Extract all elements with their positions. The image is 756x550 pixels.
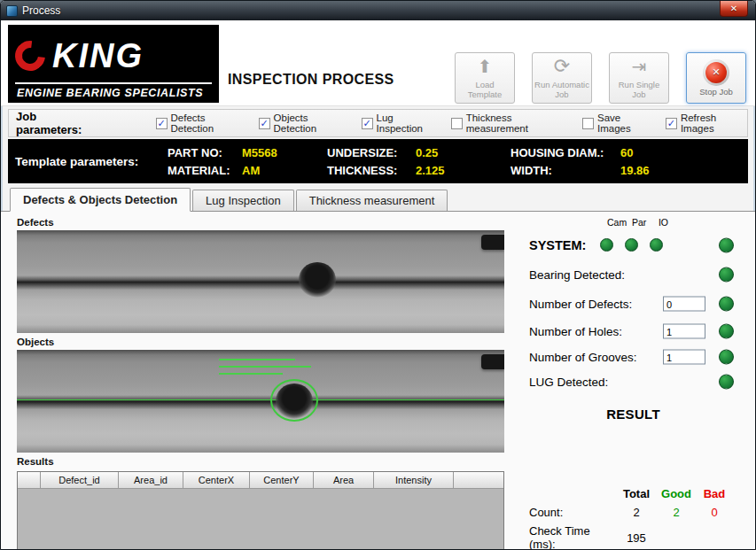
page-title: INSPECTION PROCESS — [228, 72, 394, 88]
summary-panel: Total Good Bad Count: 2 2 0 Check Time (… — [520, 487, 741, 550]
check-time-value: 195 — [616, 531, 657, 545]
template-field-material: MATERIAL:AM — [168, 164, 327, 177]
checkbox-label: Defects Detection — [171, 112, 246, 134]
close-button[interactable]: ✕ — [720, 1, 748, 17]
results-col-defect-id[interactable]: Defect_id — [41, 472, 119, 488]
refresh-icon: ⟳ — [554, 56, 570, 79]
lug-detected-label: LUG Detected: — [529, 376, 608, 389]
title-bar[interactable]: Process ✕ — [1, 1, 755, 20]
cam-indicator — [600, 238, 613, 252]
number-of-defects-label: Number of Defects: — [529, 298, 632, 311]
checkbox-refresh-images[interactable]: ✓ Refresh Images — [666, 112, 747, 134]
results-col-area-id[interactable]: Area_id — [119, 472, 183, 488]
image-column: Defects Objects Results Defect_id — [17, 217, 504, 550]
checkbox-icon: ✓ — [259, 118, 270, 129]
defects-count-input[interactable] — [663, 297, 705, 312]
tab-lug-inspection[interactable]: Lug Inspection — [192, 190, 294, 211]
button-label: Load Template — [457, 81, 512, 100]
results-table-body — [18, 488, 503, 550]
bad-column-header: Bad — [696, 487, 733, 500]
results-table-header: Defect_id Area_id CenterX CenterY Area I… — [18, 472, 503, 488]
system-indicators — [600, 238, 663, 252]
results-col-centerx[interactable]: CenterX — [183, 472, 250, 488]
count-bad-value: 0 — [696, 506, 733, 519]
par-header: Par — [632, 217, 645, 230]
checkbox-label: Lug Inspection — [377, 112, 438, 134]
checkbox-thickness-measurement[interactable]: Thickness measurement — [451, 112, 569, 134]
object-outline-ellipse — [270, 379, 318, 422]
defects-indicator — [719, 297, 734, 312]
king-emblem-icon — [9, 35, 51, 77]
template-field-thickness: THICKNESS:2.125 — [327, 164, 510, 177]
king-logo: KING ENGINE BEARING SPECIALISTS — [8, 25, 219, 103]
window-icon — [6, 5, 18, 17]
holes-count-input[interactable] — [663, 324, 705, 339]
stop-icon: ✕ — [703, 59, 729, 86]
bearing-indicator — [719, 267, 734, 283]
tab-strip: Defects & Objects Detection Lug Inspecti… — [1, 183, 755, 212]
checkbox-lug-inspection[interactable]: ✓ Lug Inspection — [362, 112, 438, 134]
results-col-intensity[interactable]: Intensity — [374, 472, 454, 488]
status-row-lug: LUG Detected: — [520, 369, 746, 394]
status-panel: Cam Par IO SYSTEM: Bearing Detected: Num… — [520, 217, 746, 550]
template-fields: PART NO:M5568 UNDERSIZE:0.25 HOUSING DIA… — [168, 146, 748, 177]
results-section-label: Results — [17, 456, 504, 469]
image-corner-shadow — [481, 354, 504, 369]
objects-section-label: Objects — [17, 337, 504, 350]
status-row-system: SYSTEM: — [520, 230, 746, 260]
number-of-holes-label: Number of Holes: — [529, 325, 622, 338]
checkbox-defects-detection[interactable]: ✓ Defects Detection — [156, 112, 246, 134]
total-column-header: Total — [616, 487, 657, 500]
bearing-detected-label: Bearing Detected: — [529, 268, 625, 282]
template-parameters-label: Template parameters: — [15, 155, 148, 168]
par-indicator — [625, 238, 638, 252]
status-row-holes: Number of Holes: — [520, 318, 746, 345]
close-icon: ✕ — [730, 4, 737, 13]
count-total-value: 2 — [616, 506, 657, 519]
template-parameters-bar: Template parameters: PART NO:M5568 UNDER… — [8, 139, 748, 183]
tab-content: Defects Objects Results Defect_id — [1, 212, 755, 550]
results-col-blank[interactable] — [18, 472, 41, 488]
result-heading: RESULT — [520, 407, 746, 422]
count-label: Count: — [529, 506, 616, 519]
annotation-line — [219, 359, 295, 360]
job-checkbox-group: ✓ Defects Detection ✓ Objects Detection … — [156, 112, 747, 134]
results-col-area[interactable]: Area — [314, 472, 374, 488]
status-row-defects: Number of Defects: — [520, 290, 746, 318]
brand-name: KING — [52, 39, 144, 73]
grooves-indicator — [719, 350, 734, 365]
button-label: Run Single Job — [612, 81, 666, 100]
status-row-grooves: Number of Grooves: — [520, 345, 746, 369]
cam-header: Cam — [607, 217, 620, 230]
annotation-line — [219, 373, 283, 375]
button-label: Stop Job — [689, 88, 744, 97]
tab-thickness-measurement[interactable]: Thickness measurement — [296, 190, 448, 211]
grooves-count-input[interactable] — [663, 350, 705, 365]
check-time-label: Check Time (ms): — [529, 524, 616, 550]
header: KING ENGINE BEARING SPECIALISTS INSPECTI… — [1, 20, 755, 106]
brand-tagline: ENGINE BEARING SPECIALISTS — [15, 82, 212, 99]
holes-indicator — [719, 324, 734, 339]
checkbox-icon — [451, 118, 463, 129]
tab-defects-objects-detection[interactable]: Defects & Objects Detection — [10, 188, 191, 212]
results-col-centery[interactable]: CenterY — [250, 472, 314, 488]
checkbox-icon: ✓ — [156, 118, 168, 129]
results-col-filler — [454, 472, 503, 488]
job-parameters-bar: Job parameters: ✓ Defects Detection ✓ Ob… — [8, 109, 748, 137]
upload-icon: ⬆ — [478, 56, 493, 79]
load-template-button[interactable]: ⬆ Load Template — [455, 52, 515, 104]
defect-blob — [299, 262, 336, 298]
defects-section-label: Defects — [17, 217, 504, 230]
checkbox-save-images[interactable]: Save Images — [582, 112, 652, 134]
checkbox-label: Save Images — [597, 112, 652, 134]
run-automatic-job-button[interactable]: ⟳ Run Automatic Job — [532, 52, 592, 104]
objects-image — [17, 350, 504, 453]
count-good-value: 2 — [657, 506, 696, 519]
button-label: Run Automatic Job — [534, 81, 589, 100]
annotation-line — [219, 366, 311, 368]
stop-job-button[interactable]: ✕ Stop Job — [686, 52, 746, 104]
run-single-job-button[interactable]: ⇥ Run Single Job — [609, 52, 669, 104]
process-window: Process ✕ KING ENGINE BEARING SPECIALIST… — [0, 0, 756, 550]
checkbox-icon: ✓ — [666, 118, 677, 129]
checkbox-objects-detection[interactable]: ✓ Objects Detection — [259, 112, 348, 134]
